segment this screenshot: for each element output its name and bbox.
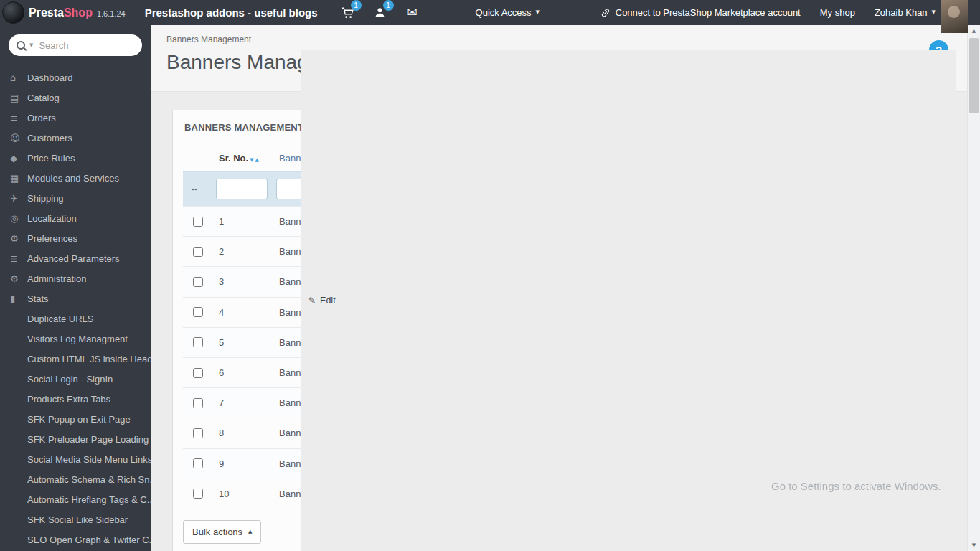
sr-cell: 10 — [215, 479, 275, 509]
sidebar-item-social-login-signin[interactable]: Social Login - SignIn — [0, 369, 151, 389]
sidebar-item-label: SEO Open Graph & Twitter C... — [27, 534, 151, 545]
topbar-notification-icons: 1 1 ✉ — [341, 6, 420, 20]
sidebar-item-price-rules[interactable]: ◆Price Rules — [0, 148, 151, 168]
sidebar-item-advanced-parameters[interactable]: ≣Advanced Parameters — [0, 248, 151, 268]
topbar: PrestaShop 1.6.1.24 Prestashop addons - … — [0, 0, 980, 25]
sort-desc-icon[interactable]: ▼ — [250, 157, 253, 163]
sidebar-item-label: Visitors Log Managment — [27, 334, 128, 344]
sidebar-item-orders[interactable]: ≡Orders — [0, 108, 151, 128]
sidebar-item-localization[interactable]: ◎Localization — [0, 208, 151, 228]
sidebar-item-sfk-popup-on-exit-page[interactable]: SFK Popup on Exit Page — [0, 409, 151, 429]
quick-access-menu[interactable]: Quick Access ▼ — [476, 7, 540, 18]
administration-icon: ⚙ — [10, 273, 27, 284]
sidebar-item-stats[interactable]: ▮Stats — [0, 288, 151, 309]
sidebar-item-label: Advanced Parameters — [27, 253, 120, 264]
prestashop-logo-icon[interactable] — [2, 1, 24, 24]
scroll-up-arrow-icon[interactable]: ▲ — [968, 25, 980, 37]
row-checkbox[interactable] — [193, 458, 203, 468]
customers-notification-icon[interactable]: 1 — [373, 6, 387, 20]
sr-cell: 5 — [215, 327, 275, 357]
sidebar-item-label: SFK Social Like Sidebar — [27, 514, 128, 525]
breadcrumb[interactable]: Banners Management — [166, 34, 952, 44]
search-scope-caret-icon[interactable]: ▼ — [29, 42, 33, 48]
search-input[interactable] — [37, 39, 134, 52]
filter-sr-no-input[interactable] — [216, 179, 268, 199]
customers-badge: 1 — [383, 0, 394, 11]
banners-table: Sr. No.▼▲Banner Name▼▲Click URL▼▲Click C… — [183, 144, 936, 509]
sidebar-item-label: Customers — [27, 133, 72, 143]
filter-select-all: -- — [183, 172, 215, 207]
sidebar-search[interactable]: ▼ — [9, 34, 142, 56]
link-icon — [600, 8, 611, 18]
sidebar-item-label: Administration — [27, 273, 86, 284]
sort-asc-icon[interactable]: ▲ — [255, 157, 259, 163]
avatar[interactable] — [941, 0, 968, 33]
scroll-down-arrow-icon[interactable]: ▼ — [968, 540, 980, 551]
sidebar-item-label: Automatic Hreflang Tags & C... — [27, 494, 151, 505]
row-checkbox[interactable] — [193, 277, 203, 287]
shop-name: Prestashop addons - useful blogs — [145, 6, 318, 19]
sidebar-item-modules-and-services[interactable]: ▦Modules and Services — [0, 168, 151, 188]
sidebar-item-automatic-schema-rich-sn[interactable]: Automatic Schema & Rich Sn... — [0, 469, 151, 489]
sidebar-item-automatic-hreflang-tags-c[interactable]: Automatic Hreflang Tags & C... — [0, 489, 151, 509]
chevron-down-icon: ▼ — [536, 10, 540, 15]
sidebar-item-preferences[interactable]: ⚙Preferences — [0, 228, 151, 248]
sidebar-item-dashboard[interactable]: ⌂Dashboard — [0, 67, 151, 88]
sr-cell: 6 — [215, 357, 275, 387]
sidebar-item-visitors-log-managment[interactable]: Visitors Log Managment — [0, 329, 151, 349]
messages-icon[interactable]: ✉ — [405, 6, 420, 20]
user-menu[interactable]: Zohaib Khan ▼ — [875, 7, 936, 18]
row-checkbox[interactable] — [193, 247, 203, 257]
marketplace-link[interactable]: Connect to PrestaShop Marketplace accoun… — [600, 7, 801, 18]
sidebar-item-label: Localization — [27, 213, 77, 224]
topbar-right: Connect to PrestaShop Marketplace accoun… — [600, 7, 936, 18]
sidebar-item-custom-html-js-inside-head[interactable]: Custom HTML JS inside Head... — [0, 349, 151, 369]
modules-icon: ▦ — [10, 173, 27, 184]
sidebar-item-label: SFK Preloader Page Loading ... — [27, 434, 151, 445]
search-icon — [17, 41, 25, 50]
row-checkbox[interactable] — [193, 337, 203, 347]
sidebar-item-label: Stats — [27, 293, 49, 304]
stats-icon: ▮ — [10, 293, 27, 304]
sidebar-item-label: Automatic Schema & Rich Sn... — [27, 474, 151, 485]
sidebar-item-sfk-preloader-page-loading[interactable]: SFK Preloader Page Loading ... — [0, 429, 151, 449]
sidebar-item-label: Preferences — [27, 233, 77, 244]
orders-icon: ≡ — [10, 113, 27, 123]
sr-cell: 3 — [215, 267, 275, 297]
page-scrollbar[interactable]: ▲ ▼ — [967, 25, 980, 551]
sidebar: ▼ ⌂Dashboard▤Catalog≡Orders☺Customers◆Pr… — [0, 25, 151, 551]
localization-icon: ◎ — [10, 213, 27, 224]
sidebar-item-label: SFK Popup on Exit Page — [27, 414, 131, 425]
row-checkbox[interactable] — [193, 217, 203, 227]
bulk-actions-button[interactable]: Bulk actions ▲ — [183, 520, 261, 544]
my-shop-link[interactable]: My shop — [820, 7, 855, 18]
scrollbar-thumb[interactable] — [969, 38, 979, 113]
logo-shop: Shop — [64, 6, 93, 19]
cart-icon[interactable]: 1 — [341, 6, 355, 20]
sidebar-item-social-media-side-menu-links[interactable]: Social Media Side Menu Links — [0, 449, 151, 469]
row-checkbox[interactable] — [193, 307, 203, 317]
row-checkbox[interactable] — [193, 489, 203, 499]
row-checkbox[interactable] — [193, 368, 203, 378]
marketplace-label: Connect to PrestaShop Marketplace accoun… — [616, 7, 801, 18]
catalog-icon: ▤ — [10, 93, 27, 103]
sidebar-item-customers[interactable]: ☺Customers — [0, 128, 151, 148]
sidebar-item-shipping[interactable]: ✈Shipping — [0, 188, 151, 208]
prestashop-logo[interactable]: PrestaShop 1.6.1.24 — [29, 6, 126, 19]
sidebar-item-products-extra-tabs[interactable]: Products Extra Tabs — [0, 389, 151, 409]
column-header-sr-no[interactable]: Sr. No.▼▲ — [215, 144, 275, 172]
sidebar-item-label: Custom HTML JS inside Head... — [27, 354, 151, 364]
sidebar-item-catalog[interactable]: ▤Catalog — [0, 88, 151, 108]
sidebar-item-seo-open-graph-twitter-c[interactable]: SEO Open Graph & Twitter C... — [0, 529, 151, 550]
chevron-up-icon: ▲ — [248, 529, 252, 534]
sr-cell: 7 — [215, 388, 275, 418]
sidebar-item-sfk-social-like-sidebar[interactable]: SFK Social Like Sidebar — [0, 509, 151, 529]
row-checkbox[interactable] — [193, 428, 203, 438]
logo-version: 1.6.1.24 — [97, 9, 126, 18]
sidebar-item-duplicate-urls[interactable]: Duplicate URLS — [0, 309, 151, 329]
sr-cell: 4 — [215, 297, 275, 327]
sidebar-item-administration[interactable]: ⚙Administration — [0, 268, 151, 288]
cart-badge: 1 — [351, 0, 362, 11]
row-checkbox[interactable] — [193, 398, 203, 408]
edit-button[interactable]: ✎Edit — [877, 486, 895, 501]
